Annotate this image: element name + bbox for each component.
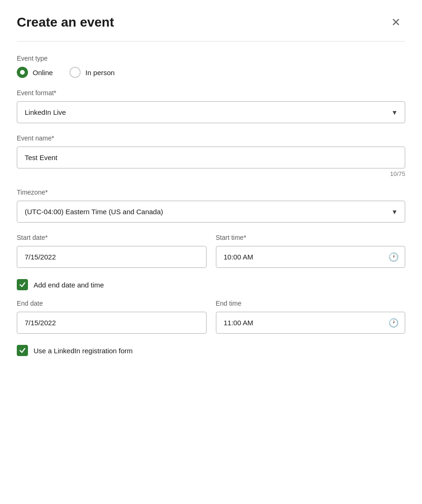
modal-header: Create an event ✕: [17, 0, 405, 42]
start-datetime-row: Start date* Start time* 🕐: [17, 234, 405, 268]
radio-in-person-label: In person: [85, 69, 115, 77]
end-time-input[interactable]: [216, 312, 406, 334]
start-time-field: Start time* 🕐: [216, 234, 406, 268]
start-date-field: Start date*: [17, 234, 207, 268]
end-datetime-section: End date End time 🕐: [17, 300, 405, 334]
registration-form-label: Use a LinkedIn registration form: [34, 347, 133, 355]
event-name-char-count: 10/75: [17, 170, 405, 177]
end-date-field: End date: [17, 300, 207, 334]
end-time-field: End time 🕐: [216, 300, 406, 334]
end-time-label: End time: [216, 300, 406, 307]
end-date-label: End date: [17, 300, 207, 307]
add-end-datetime-row[interactable]: Add end date and time: [17, 279, 405, 290]
event-type-section: Event type Online In person: [17, 55, 405, 78]
end-time-input-wrapper: 🕐: [216, 312, 406, 334]
end-datetime-row: End date End time 🕐: [17, 300, 405, 334]
radio-in-person[interactable]: In person: [69, 67, 115, 78]
close-button[interactable]: ✕: [387, 13, 405, 32]
event-name-section: Event name* 10/75: [17, 134, 405, 177]
registration-form-checkbox[interactable]: [17, 345, 28, 356]
start-date-input[interactable]: [17, 246, 207, 268]
event-format-label: Event format*: [17, 89, 405, 97]
add-end-datetime-label: Add end date and time: [34, 281, 104, 289]
event-format-section: Event format* LinkedIn Live Audio Event …: [17, 89, 405, 123]
start-time-input[interactable]: [216, 246, 406, 268]
registration-checkmark-icon: [19, 347, 26, 354]
event-name-label: Event name*: [17, 134, 405, 142]
end-date-input[interactable]: [17, 312, 207, 334]
radio-online-label: Online: [33, 69, 53, 77]
event-type-radio-group: Online In person: [17, 67, 405, 78]
radio-online[interactable]: Online: [17, 67, 53, 78]
start-datetime-section: Start date* Start time* 🕐: [17, 234, 405, 268]
timezone-label: Timezone*: [17, 189, 405, 196]
modal-title: Create an event: [17, 15, 114, 30]
event-format-select-wrapper: LinkedIn Live Audio Event Webinar ▼: [17, 101, 405, 123]
checkmark-icon: [19, 281, 26, 288]
event-name-input[interactable]: [17, 147, 405, 168]
event-format-select[interactable]: LinkedIn Live Audio Event Webinar: [17, 101, 405, 123]
timezone-section: Timezone* (UTC-04:00) Eastern Time (US a…: [17, 189, 405, 223]
create-event-modal: Create an event ✕ Event type Online In p…: [0, 0, 422, 504]
start-time-label: Start time*: [216, 234, 406, 241]
timezone-select-wrapper: (UTC-04:00) Eastern Time (US and Canada)…: [17, 201, 405, 223]
start-time-input-wrapper: 🕐: [216, 246, 406, 268]
event-type-label: Event type: [17, 55, 405, 62]
timezone-select[interactable]: (UTC-04:00) Eastern Time (US and Canada)…: [17, 201, 405, 223]
close-icon: ✕: [391, 16, 401, 29]
registration-form-row[interactable]: Use a LinkedIn registration form: [17, 345, 405, 356]
radio-in-person-indicator: [69, 67, 81, 78]
radio-online-inner: [20, 70, 25, 75]
add-end-datetime-checkbox[interactable]: [17, 279, 28, 290]
start-date-label: Start date*: [17, 234, 207, 241]
radio-online-indicator: [17, 67, 28, 78]
